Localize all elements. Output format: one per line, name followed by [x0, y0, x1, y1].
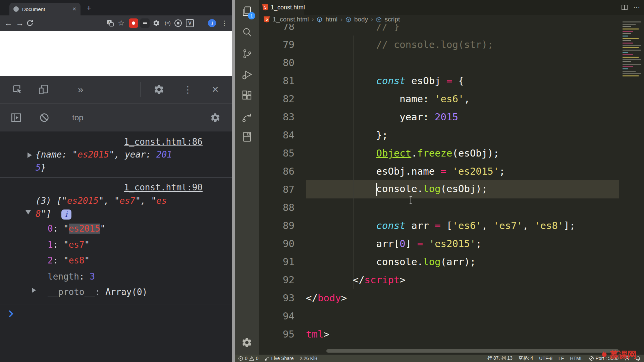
device-toolbar-icon[interactable]	[38, 84, 49, 95]
new-tab-button[interactable]: +	[87, 3, 91, 13]
code-line: 79 // console.log(str);	[259, 36, 644, 54]
console-object-preview-wrap: 5}	[36, 161, 46, 174]
flame-icon	[599, 349, 609, 361]
clear-console-icon[interactable]	[39, 112, 50, 123]
expand-triangle-icon[interactable]	[28, 153, 32, 158]
code-line: 83 year: 2015	[259, 108, 644, 126]
extension-icon-paren[interactable]: (≡)	[163, 18, 172, 28]
entry-separator	[0, 304, 232, 304]
console-settings-gear-icon[interactable]	[210, 112, 221, 123]
devtools-menu-icon[interactable]: ⋮	[183, 84, 193, 95]
indentation[interactable]: 空格: 4	[519, 355, 533, 361]
entry-separator	[0, 177, 232, 178]
proto-expand-triangle-icon[interactable]	[32, 288, 36, 293]
manage-gear-icon[interactable]	[241, 337, 253, 348]
source-link[interactable]: 1_const.html:86	[124, 135, 203, 148]
screen: Document ✕ + ← → i 127.0.0.1 :5500/1_con…	[0, 0, 644, 362]
console-sidebar-icon[interactable]	[10, 112, 22, 123]
browser-tab[interactable]: Document ✕	[9, 3, 80, 15]
extension-icon-gear[interactable]	[152, 18, 161, 28]
browser-tabstrip: Document ✕ +	[0, 0, 232, 15]
array-length-row: length: 3	[48, 270, 95, 283]
run-debug-icon[interactable]	[241, 69, 253, 80]
code-line: 95tml>	[259, 325, 644, 343]
console-object-preview: {name: "es2015", year: 201	[36, 148, 172, 161]
proto-row[interactable]: __proto__: Array(0)	[48, 285, 147, 299]
code-line: 81 const esObj = {	[259, 72, 644, 90]
search-icon[interactable]	[241, 26, 253, 38]
toolbar-divider	[60, 82, 60, 97]
symbol-cube-icon	[317, 17, 322, 22]
source-control-icon[interactable]	[241, 48, 253, 59]
status-bar: 0 0 Live Share 2.26 KiB 行 87, 列 13 空格: 4…	[235, 355, 644, 362]
html5-file-icon: 5	[264, 16, 270, 22]
code-line-current: 87 console.log(esObj);	[259, 180, 644, 198]
translate-icon[interactable]: A	[105, 15, 116, 31]
language-mode[interactable]: HTML	[570, 356, 583, 361]
breadcrumb-body[interactable]: body	[354, 16, 368, 23]
explorer-icon[interactable]: 1	[241, 6, 253, 17]
cursor-position[interactable]: 行 87, 列 13	[487, 355, 513, 361]
split-editor-icon[interactable]	[621, 4, 628, 11]
extension-icon-target[interactable]	[174, 19, 182, 27]
extension-icon-info-blue[interactable]: i	[208, 19, 216, 27]
more-tabs-icon[interactable]: »	[78, 84, 84, 95]
tab-title: Document	[22, 6, 72, 12]
extensions-icon[interactable]	[241, 90, 253, 102]
window-divider[interactable]	[232, 0, 235, 362]
toolbar-divider	[140, 82, 141, 97]
array-item-row: 1: "es7"	[48, 238, 90, 251]
console-prompt-icon[interactable]	[8, 309, 14, 318]
code-line: 85 Object.freeze(esObj);	[259, 144, 644, 162]
breadcrumb-script[interactable]: script	[385, 16, 400, 23]
breadcrumb-chevron-icon: ›	[340, 16, 342, 23]
inspect-element-icon[interactable]	[12, 84, 23, 95]
code-line: 90 arr[0] = 'es2015';	[259, 235, 644, 253]
breadcrumb-chevron-icon: ›	[312, 16, 314, 23]
frame-context-select[interactable]: top	[72, 113, 83, 122]
browser-toolbar: ← → i 127.0.0.1 :5500/1_cons... A ☆ (≡)	[0, 15, 232, 31]
breadcrumb-chevron-icon: ›	[371, 16, 373, 23]
error-count: 0	[245, 356, 248, 361]
devtools-settings-gear-icon[interactable]	[153, 84, 165, 95]
breadcrumb[interactable]: 5 1_const.html › html › body › script	[259, 15, 644, 24]
devtools-close-icon[interactable]: ✕	[212, 84, 219, 95]
mouse-cursor	[409, 196, 413, 204]
vscode-window: 1	[235, 0, 644, 362]
eol[interactable]: LF	[558, 356, 564, 361]
breadcrumb-file[interactable]: 1_const.html	[273, 16, 309, 23]
collapse-triangle-icon[interactable]	[25, 210, 31, 215]
extension-icon-red[interactable]	[129, 18, 138, 28]
live-share-status[interactable]: Live Share	[265, 356, 294, 361]
tab-close-icon[interactable]: ✕	[72, 6, 76, 12]
notebook-icon[interactable]	[241, 131, 253, 142]
forward-icon[interactable]: →	[14, 15, 25, 31]
live-share-icon[interactable]	[241, 112, 253, 123]
toolbar-divider	[60, 110, 60, 125]
browser-window: Document ✕ + ← → i 127.0.0.1 :5500/1_con…	[0, 0, 232, 362]
code-editor[interactable]: 78 // } 79 // console.log(str); 80 81 co…	[259, 15, 644, 349]
live-object-info-icon[interactable]: i	[61, 209, 71, 220]
bookmark-star-icon[interactable]: ☆	[115, 15, 127, 31]
editor-tab[interactable]: 5 1_const.html	[259, 0, 304, 15]
problems-indicator[interactable]: 0 0	[238, 356, 259, 361]
source-link[interactable]: 1_const.html:90	[124, 181, 203, 194]
symbol-cube-icon	[345, 17, 351, 22]
back-icon[interactable]: ←	[3, 15, 14, 31]
breadcrumb-html[interactable]: html	[325, 16, 337, 23]
encoding[interactable]: UTF-8	[539, 356, 552, 361]
minimap[interactable]	[623, 20, 641, 108]
extension-icon-tampermonkey[interactable]	[140, 18, 150, 28]
code-line: 89 const arr = ['es6', 'es7', 'es8'];	[259, 217, 644, 235]
reload-icon[interactable]	[24, 15, 36, 31]
array-item-row: 2: "es8"	[48, 254, 90, 267]
tab-favicon-icon	[13, 6, 19, 12]
explorer-badge: 1	[248, 12, 255, 19]
code-line: 82 name: 'es6',	[259, 90, 644, 108]
editor-more-actions-icon[interactable]: ⋯	[633, 3, 640, 11]
extension-icon-v[interactable]: V	[186, 19, 194, 27]
editor-tab-label: 1_const.html	[271, 4, 305, 11]
horizontal-scrollbar[interactable]	[326, 349, 619, 353]
symbol-cube-icon	[376, 17, 382, 22]
browser-menu-icon[interactable]: ⋮	[219, 15, 230, 31]
